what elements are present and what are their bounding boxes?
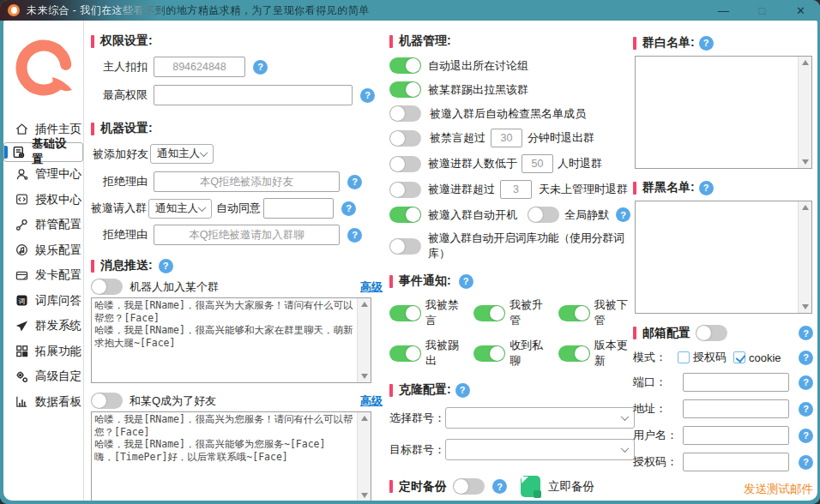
sidebar-item-manage-center[interactable]: 管理中心 <box>3 162 83 188</box>
advanced-link[interactable]: 高级 <box>360 393 383 409</box>
kicked-blacklist-toggle[interactable] <box>389 81 421 98</box>
help-icon[interactable]: ? <box>799 375 813 390</box>
scroll-up-icon[interactable] <box>802 60 809 65</box>
backup-now-label[interactable]: 立即备份 <box>548 479 594 495</box>
help-icon[interactable]: ? <box>799 429 813 443</box>
backup-row: 定时备份 ? 立即备份 <box>389 476 635 497</box>
sidebar-item-extensions[interactable]: 拓展功能 <box>3 339 83 364</box>
blacklist-textarea[interactable] <box>635 201 812 314</box>
scroll-up-icon[interactable] <box>361 302 368 307</box>
help-icon[interactable]: ? <box>341 201 356 216</box>
scroll-up-icon[interactable] <box>802 205 809 210</box>
global-silent-toggle[interactable] <box>528 207 559 223</box>
help-icon[interactable]: ? <box>253 60 268 75</box>
help-icon[interactable]: ? <box>799 402 813 417</box>
new-friend-textarea[interactable]: 哈喽，我是[RName]，很高兴为您服务！请问有什么可以帮您？[Face] 哈喽… <box>91 411 371 501</box>
app-window: 未来综合 - 我们在这些看不到的地方精益求精，为了呈现你看得见的简单 — □ ✕… <box>0 0 820 504</box>
mail-config-toggle[interactable] <box>696 325 727 341</box>
check-blacklist-toggle[interactable] <box>389 105 421 122</box>
invited-group-select[interactable]: 通知主人 <box>148 199 212 219</box>
help-icon[interactable]: ? <box>459 274 473 289</box>
help-icon[interactable]: ? <box>799 351 813 365</box>
promoted-notify-toggle[interactable] <box>473 305 505 321</box>
min-members-input[interactable] <box>522 154 553 173</box>
sidebar-item-card-config[interactable]: 发卡配置 <box>3 263 83 289</box>
sidebar-item-label: 数据看板 <box>35 394 81 410</box>
mute-quit-toggle[interactable] <box>389 130 421 147</box>
scrollbar[interactable] <box>798 201 811 313</box>
port-input[interactable] <box>683 373 789 392</box>
mail-mode-row: 模式： 授权码 cookie ? <box>633 350 813 365</box>
whitelist-textarea[interactable] <box>635 56 812 169</box>
scroll-down-icon[interactable] <box>802 304 809 309</box>
advanced-link[interactable]: 高级 <box>360 279 383 295</box>
toggle-knob <box>390 131 405 146</box>
sidebar-item-mass-send[interactable]: 群发系统 <box>3 314 83 339</box>
help-icon[interactable]: ? <box>492 479 507 494</box>
authcode-input[interactable] <box>683 453 789 471</box>
scrollbar[interactable] <box>357 412 371 501</box>
owner-qq-input[interactable] <box>154 57 245 77</box>
friend-added-select[interactable]: 通知主人 <box>150 144 214 164</box>
help-icon[interactable]: ? <box>699 36 714 51</box>
backup-now-icon[interactable] <box>521 476 540 497</box>
scheduled-backup-toggle[interactable] <box>453 478 485 495</box>
clone-source-select[interactable] <box>445 407 635 429</box>
maximize-button[interactable]: □ <box>743 0 781 21</box>
close-button[interactable]: ✕ <box>781 0 820 21</box>
help-icon[interactable]: ? <box>360 88 375 103</box>
new-friend-toggle[interactable] <box>91 393 123 409</box>
demoted-notify-toggle[interactable] <box>558 305 590 321</box>
sidebar-item-dashboard[interactable]: 数据看板 <box>3 389 83 415</box>
scrollbar[interactable] <box>357 298 371 382</box>
refuse-reason1-input[interactable] <box>154 171 340 192</box>
scrollbar[interactable] <box>798 57 811 168</box>
version-update-notify-toggle[interactable] <box>558 345 590 362</box>
join-group-textarea[interactable]: 哈喽，我是[RName]，很高兴为大家服务！请问有什么可以帮您？[Face] 哈… <box>91 297 371 383</box>
help-icon[interactable]: ? <box>347 175 362 189</box>
scroll-down-icon[interactable] <box>361 374 368 379</box>
toggle-knob <box>406 82 420 97</box>
scroll-up-icon[interactable] <box>361 416 368 421</box>
no-admin-days-toggle[interactable] <box>389 182 421 198</box>
auto-agree-input[interactable] <box>263 198 334 219</box>
minimize-button[interactable]: — <box>704 0 743 21</box>
join-group-toggle[interactable] <box>91 279 123 295</box>
chevron-down-icon <box>621 444 630 453</box>
no-admin-days-input[interactable] <box>500 180 532 199</box>
refuse-reason2-input[interactable] <box>154 225 340 245</box>
owner-qq-row: 主人扣扣 ? <box>91 57 383 77</box>
sidebar-item-group-manage[interactable]: 群管配置 <box>3 213 83 238</box>
help-icon[interactable]: ? <box>799 326 813 340</box>
sidebar-item-license-center[interactable]: 授权中心 <box>3 187 83 213</box>
sidebar-item-entertainment[interactable]: 娱乐配置 <box>3 237 83 263</box>
auto-thesaurus-toggle[interactable] <box>389 238 421 255</box>
column-lists-mail: 群白名单: ? 群黑名单: ? <box>633 21 813 497</box>
muted-notify-toggle[interactable] <box>389 305 421 321</box>
kicked-notify-toggle[interactable] <box>389 345 421 362</box>
help-icon[interactable]: ? <box>347 228 362 243</box>
cookie-checkbox[interactable] <box>733 351 745 363</box>
sidebar-item-advanced-custom[interactable]: 高级自定 <box>3 364 83 390</box>
auto-power-on-toggle[interactable] <box>389 207 421 223</box>
min-members-toggle[interactable] <box>389 156 421 172</box>
clone-target-select[interactable] <box>445 439 635 460</box>
help-icon[interactable]: ? <box>159 259 173 273</box>
scroll-down-icon[interactable] <box>361 493 368 498</box>
send-test-mail-link[interactable]: 发送测试邮件 <box>744 482 813 497</box>
help-icon[interactable]: ? <box>616 207 630 222</box>
private-msg-notify-toggle[interactable] <box>473 345 505 362</box>
help-icon[interactable]: ? <box>455 383 470 398</box>
scroll-down-icon[interactable] <box>802 159 809 165</box>
join-group-label: 机器人加入某个群 <box>130 279 219 295</box>
authcode-checkbox[interactable] <box>678 351 690 363</box>
auto-quit-discuss-toggle[interactable] <box>389 57 421 74</box>
sidebar-item-thesaurus[interactable]: 词 词库问答 <box>3 288 83 314</box>
help-icon[interactable]: ? <box>699 181 714 195</box>
sidebar-item-basic-settings[interactable]: 基础设置 <box>3 142 83 162</box>
mute-minutes-input[interactable] <box>491 129 522 147</box>
addr-input[interactable] <box>683 399 789 418</box>
user-input[interactable] <box>683 426 789 445</box>
max-perm-input[interactable] <box>154 85 353 105</box>
help-icon[interactable]: ? <box>799 455 813 470</box>
